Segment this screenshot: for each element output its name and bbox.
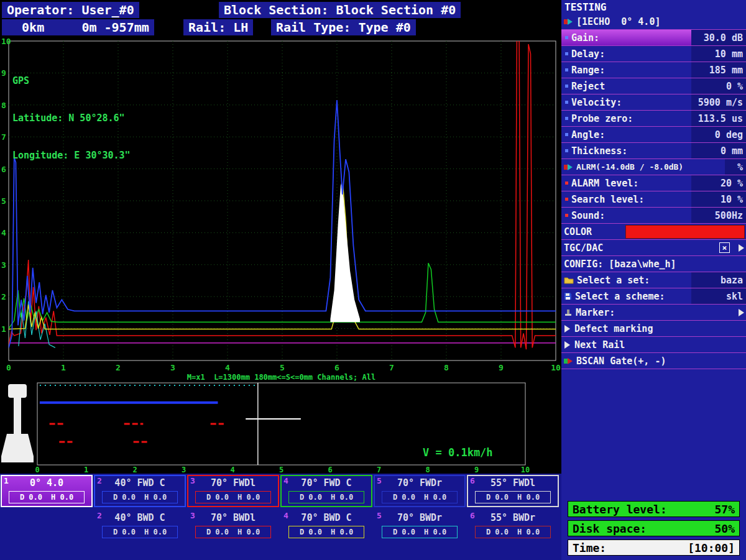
channel-number: 5 [377,476,382,485]
folder-icon [564,276,574,284]
select-set-value: baza [691,272,746,288]
marker-label: Marker: [576,307,615,318]
mode-label: [1ECHO 0° 4.0] [576,16,660,27]
param-thickness[interactable]: Thickness:0 mm [561,143,746,159]
channel-3-bwd-button[interactable]: 370° BWDlD 0.0H 0.0 [187,510,279,542]
svg-text:4: 4 [225,363,230,372]
channel-label: 40° BWD C [95,512,185,523]
channel-number: 2 [97,476,102,485]
bullet-icon [565,52,568,55]
bullet-icon [565,149,568,152]
param-search-level[interactable]: Search level:10 % [561,191,746,208]
bscan-info-label: M=x1 L=1300mm 180mm<=S<=0mm Channels; Al… [37,373,525,382]
svg-text:10: 10 [551,363,561,372]
channel-3-fwd-button[interactable]: 370° FWDlD 0.0H 0.0 [187,475,279,507]
svg-text:7: 7 [389,363,394,372]
param-sound[interactable]: Sound:500Hz [561,208,746,224]
gps-longitude: Longitude: E 30°30.3" [12,149,131,162]
menu-item-defect-marking[interactable]: Defect marking [561,321,746,337]
channel-2-fwd-button[interactable]: 240° FWD CD 0.0H 0.0 [94,475,186,507]
param-value: 185 mm [691,62,746,78]
time-indicator: Time: [10:00] [568,539,740,556]
bullet-icon [565,85,568,88]
channel-5-bwd-button[interactable]: 570° BWDrD 0.0H 0.0 [374,510,466,542]
bscan-gate-label: BSCAN Gate(+, -) [576,356,666,367]
param-label: Angle: [571,129,605,140]
select-scheme-label: Select a scheme: [575,291,665,302]
menu-item-color[interactable]: COLOR [561,224,746,240]
param-value: 113.5 us [691,111,746,126]
svg-text:3: 3 [182,466,186,474]
svg-text:7: 7 [377,466,381,474]
bullet-icon [565,117,568,120]
channel-number: 4 [283,476,288,485]
channel-number: 2 [97,511,102,520]
channel-number: 6 [470,511,475,520]
disk-icon [564,292,572,300]
menu-item-next-rail[interactable]: Next Rail [561,337,746,353]
channel-label: 40° FWD C [95,477,185,489]
svg-text:10: 10 [1,37,11,46]
svg-text:2: 2 [132,466,137,474]
bullet-icon [565,133,568,136]
param-label: ALARM level: [571,178,638,189]
param-gain[interactable]: Gain:30.0 dB [561,30,746,46]
channel-panel: 10° 4.0D 0.0H 0.0240° FWD CD 0.0H 0.0370… [0,474,561,560]
menu-title: TESTING [561,0,746,14]
channel-row-1: 10° 4.0D 0.0H 0.0240° FWD CD 0.0H 0.0370… [1,475,559,507]
channel-6-fwd-button[interactable]: 655° FWDlD 0.0H 0.0 [467,475,559,507]
bullet-icon [565,36,568,39]
channel-label: 70° BWDl [188,512,278,523]
channel-label: 70° FWDl [188,477,278,489]
svg-text:0: 0 [6,363,11,372]
channel-label: 55° BWDr [468,512,558,523]
channel-number: 5 [377,511,382,520]
channel-label: 55° FWDl [468,477,558,489]
svg-text:8: 8 [444,363,449,372]
param-label: Search level: [571,194,644,205]
param-reject[interactable]: Reject0 % [561,78,746,94]
menu-item-tgcdac[interactable]: TGC/DAC × [561,240,746,256]
channel-row-2: 240° BWD CD 0.0H 0.0370° BWDlD 0.0H 0.04… [1,510,559,542]
channel-dh-values: D 0.0H 0.0 [102,491,178,503]
channel-2-bwd-button[interactable]: 240° BWD CD 0.0H 0.0 [94,510,186,542]
svg-text:8: 8 [425,466,430,474]
channel-6-bwd-button[interactable]: 655° BWDrD 0.0H 0.0 [467,510,559,542]
menu-item-bscan-gate[interactable]: BSCAN Gate(+, -) [561,353,746,369]
menu-item-config[interactable]: CONFIG: [baza\whe_h] [561,256,746,272]
gps-latitude: Latitude: N 50°28.6" [12,112,131,124]
menu-item-alarm-header[interactable]: ALRM(-14.0dB / -8.0dB) % [561,159,746,175]
color-swatch[interactable] [625,225,745,239]
param-label: Range: [571,65,605,76]
param-velocity[interactable]: Velocity:5900 m/s [561,94,746,111]
channel-label: 0° 4.0 [2,477,91,489]
block-section-label: Block Section: Block Section #0 [219,2,461,18]
tgcdac-checkbox-icon[interactable]: × [719,242,730,253]
channel-label: 70° FWDr [375,477,464,489]
menu-item-mode[interactable]: [1ECHO 0° 4.0] [561,14,746,30]
channel-4-bwd-button[interactable]: 470° BWD CD 0.0H 0.0 [280,510,372,542]
param-delay[interactable]: Delay:10 mm [561,46,746,62]
param-value: 10 % [691,191,746,207]
param-angle[interactable]: Angle:0 deg [561,127,746,143]
menu-item-select-scheme[interactable]: Select a scheme: skl [561,288,746,305]
channel-5-fwd-button[interactable]: 570° FWDrD 0.0H 0.0 [374,475,466,507]
select-scheme-value: skl [691,288,746,304]
param-probe-zero[interactable]: Probe zero:113.5 us [561,111,746,127]
svg-text:3: 3 [1,260,6,270]
menu-item-select-set[interactable]: Select a set: baza [561,272,746,288]
param-alarm-level[interactable]: ALARM level:20 % [561,175,746,191]
play-icon [564,341,570,349]
param-range[interactable]: Range:185 mm [561,62,746,78]
menu-item-marker[interactable]: Marker: [561,305,746,321]
channel-1-fwd-button[interactable]: 10° 4.0D 0.0H 0.0 [1,475,93,507]
param-label: Probe zero: [571,113,633,124]
time-label: Time: [573,541,606,554]
param-value: 0 mm [691,143,746,158]
param-label: Velocity: [571,97,622,108]
operator-label: Operator: User_#0 [2,2,139,18]
svg-text:8: 8 [1,101,6,110]
chevron-right-icon [739,244,744,252]
channel-4-fwd-button[interactable]: 470° FWD CD 0.0H 0.0 [280,475,372,507]
battery-label: Battery level: [573,503,667,516]
